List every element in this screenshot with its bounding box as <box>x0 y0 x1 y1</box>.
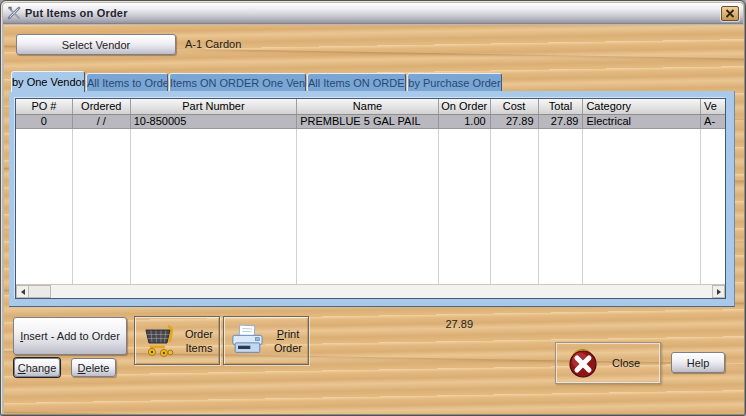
grid-panel: PO # Ordered Part Number Name On Order C… <box>9 91 735 307</box>
table-row[interactable]: 0 / / 10-850005 PREMBLUE 5 GAL PAIL 1.00… <box>16 115 725 129</box>
insert-label: Insert - Add to Order <box>20 330 120 342</box>
change-label: Change <box>18 362 57 374</box>
column-header-part-number[interactable]: Part Number <box>131 99 298 114</box>
tab-all-items-to-order[interactable]: All Items to Order <box>86 73 168 91</box>
column-header-total[interactable]: Total <box>539 99 584 114</box>
column-header-category[interactable]: Category <box>583 99 701 114</box>
title-bar[interactable]: Put Items on Order <box>3 3 743 24</box>
print-order-button[interactable]: Print Order <box>223 316 309 365</box>
tab-items-on-order-one-vendor[interactable]: Items ON ORDER One Vendor <box>169 73 306 91</box>
change-button[interactable]: Change <box>14 358 60 377</box>
put-items-on-order-window: Put Items on Order Select Vendor A-1 Car… <box>0 0 746 416</box>
delete-button[interactable]: Delete <box>71 358 116 377</box>
grid-empty-area <box>16 129 725 284</box>
close-label: Close <box>612 357 640 369</box>
horizontal-scrollbar[interactable] <box>16 284 725 298</box>
order-items-grid: PO # Ordered Part Number Name On Order C… <box>15 98 726 299</box>
order-items-label: Order Items <box>185 327 213 355</box>
shopping-cart-icon <box>141 323 177 359</box>
close-x-glyph <box>725 9 735 18</box>
close-x-icon <box>566 346 600 380</box>
column-header-cost[interactable]: Cost <box>491 99 539 114</box>
delete-label: Delete <box>78 362 110 374</box>
order-total: 27.89 <box>441 318 473 330</box>
arrow-right-icon <box>717 289 721 295</box>
scrollbar-thumb[interactable] <box>29 285 51 298</box>
print-order-label: Print Order <box>274 327 302 355</box>
column-header-on-order[interactable]: On Order <box>439 99 491 114</box>
grid-header: PO # Ordered Part Number Name On Order C… <box>16 99 725 115</box>
cell-on-order: 1.00 <box>439 115 491 128</box>
cell-name: PREMBLUE 5 GAL PAIL <box>297 115 439 128</box>
tools-icon <box>7 6 21 20</box>
arrow-left-icon <box>21 289 25 295</box>
cell-category: Electrical <box>583 115 701 128</box>
select-vendor-button[interactable]: Select Vendor <box>16 34 176 55</box>
dialog-body: Select Vendor A-1 Cardon by One Vendor A… <box>4 25 744 414</box>
window-close-button[interactable] <box>721 6 739 21</box>
help-button[interactable]: Help <box>671 352 725 373</box>
scroll-left-button[interactable] <box>16 285 29 298</box>
select-vendor-label: Select Vendor <box>62 39 131 51</box>
help-label: Help <box>687 357 710 369</box>
cell-vendor: A- <box>701 115 725 128</box>
column-header-po[interactable]: PO # <box>16 99 73 114</box>
scroll-right-button[interactable] <box>712 285 725 298</box>
vendor-name: A-1 Cardon <box>185 38 241 50</box>
insert-add-to-order-button[interactable]: Insert - Add to Order <box>13 317 127 355</box>
window-title: Put Items on Order <box>25 7 128 19</box>
scrollbar-track[interactable] <box>51 285 712 298</box>
cell-cost: 27.89 <box>491 115 539 128</box>
cell-po: 0 <box>16 115 73 128</box>
close-button[interactable]: Close <box>555 342 661 384</box>
tab-by-purchase-order[interactable]: by Purchase Order <box>407 73 502 91</box>
tab-all-items-on-order[interactable]: All Items ON ORDER <box>307 73 406 91</box>
cell-part-number: 10-850005 <box>131 115 298 128</box>
column-header-ordered[interactable]: Ordered <box>73 99 131 114</box>
column-header-vendor[interactable]: Ve <box>701 99 725 114</box>
printer-icon <box>230 323 266 359</box>
cell-ordered: / / <box>73 115 131 128</box>
column-header-name[interactable]: Name <box>297 99 439 114</box>
cell-total: 27.89 <box>539 115 584 128</box>
order-items-button[interactable]: Order Items <box>134 316 220 365</box>
tab-by-one-vendor[interactable]: by One Vendor <box>11 71 85 92</box>
